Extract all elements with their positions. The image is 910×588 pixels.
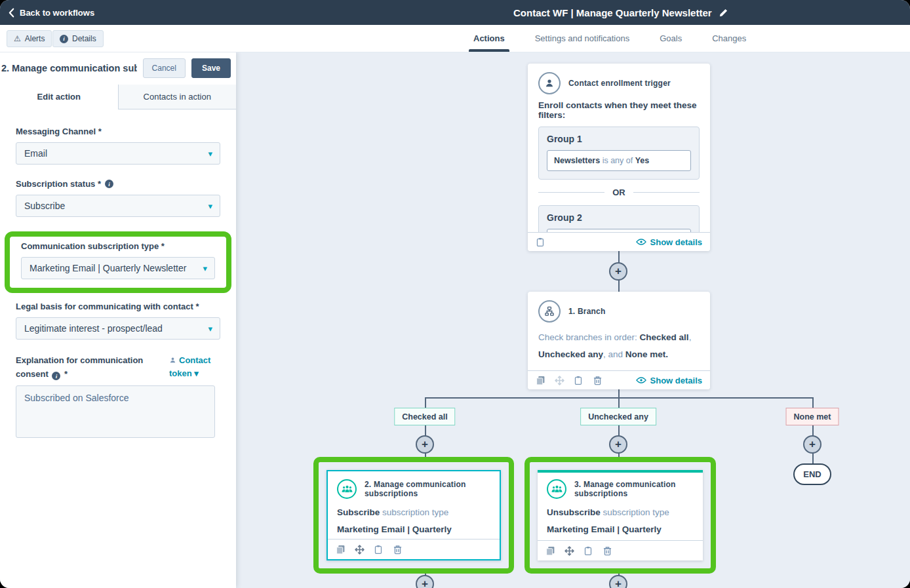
panel-title: 2. Manage communication subscr...: [1, 63, 137, 73]
move-icon[interactable]: [355, 545, 365, 555]
highlight-box-action-3: 3. Manage communication subscriptions Un…: [524, 457, 716, 574]
action-card-header: 2. Manage communication subscriptions: [328, 471, 500, 501]
action-card-header: 3. Manage communication subscriptions: [538, 470, 703, 501]
subscription-status-label-text: Subscription status *: [16, 179, 101, 189]
tab-actions-label: Actions: [473, 33, 505, 43]
branch-description: Check branches in order: Checked all, Un…: [528, 326, 710, 366]
legal-basis-label: Legal basis for communicating with conta…: [16, 302, 220, 311]
filter-value: Yes: [635, 156, 650, 165]
tab-actions[interactable]: Actions: [473, 25, 505, 52]
show-details-link[interactable]: Show details: [636, 376, 702, 385]
info-icon: i: [60, 35, 68, 43]
main-tabs: Actions Settings and notifications Goals…: [473, 25, 746, 52]
end-node: END: [793, 463, 831, 485]
trigger-card-title: Contact enrollment trigger: [568, 79, 671, 88]
branch-card-footer: Show details: [528, 370, 710, 389]
action-connector-text: subscription type: [601, 507, 669, 517]
details-button[interactable]: i Details: [52, 30, 104, 47]
trigger-card-footer: Show details: [528, 232, 710, 251]
workflow-editor-screen: Back to workflows Contact WF | Manage Qu…: [0, 0, 910, 588]
tab-contacts-in-action[interactable]: Contacts in action: [118, 85, 237, 109]
copy-icon[interactable]: [336, 545, 346, 555]
tab-settings-and-notifications[interactable]: Settings and notifications: [535, 25, 630, 52]
branch-desc-sep: , and: [603, 349, 625, 359]
trash-icon[interactable]: [593, 376, 603, 385]
action-card-3[interactable]: 3. Manage communication subscriptions Un…: [538, 470, 703, 560]
save-button[interactable]: Save: [191, 58, 231, 78]
branch-desc-checked-all: Checked all: [640, 332, 689, 342]
filter-row[interactable]: Newsletters is any of Yes: [547, 150, 691, 171]
branch-card-header: 1. Branch: [528, 292, 710, 326]
subscription-type-select[interactable]: Marketing Email | Quarterly Newsletter ▾: [21, 257, 215, 279]
messaging-channel-select[interactable]: Email ▾: [16, 142, 220, 165]
action-card-footer: [328, 539, 500, 559]
add-action-button[interactable]: +: [609, 435, 627, 454]
back-to-workflows-link[interactable]: Back to workflows: [9, 0, 94, 25]
move-icon[interactable]: [555, 376, 564, 385]
people-icon: [337, 479, 357, 499]
action-card-title: 2. Manage communication subscriptions: [365, 480, 490, 498]
move-icon[interactable]: [564, 546, 574, 556]
action-card-footer: [538, 540, 703, 560]
details-label: Details: [72, 34, 96, 43]
person-icon: [169, 357, 176, 364]
explanation-label: Explanation for communication consent i …: [16, 354, 159, 382]
subscription-status-select[interactable]: Subscribe ▾: [16, 195, 220, 217]
consent-explanation-textarea[interactable]: Subscribed on Salesforce: [16, 385, 215, 438]
add-action-button[interactable]: +: [416, 575, 434, 588]
tab-changes-label: Changes: [712, 33, 746, 43]
trash-icon[interactable]: [393, 545, 403, 555]
trash-icon[interactable]: [603, 546, 612, 556]
trigger-card[interactable]: Contact enrollment trigger Enroll contac…: [528, 64, 710, 251]
copy-icon[interactable]: [545, 546, 555, 556]
workflow-title: Contact WF | Manage Quarterly Newsletter: [513, 0, 728, 25]
legal-basis-select[interactable]: Legitimate interest - prospect/lead ▾: [16, 317, 220, 340]
filter-operator: is any of: [603, 156, 633, 165]
connector-line: [618, 397, 620, 408]
alerts-button[interactable]: ⚠ Alerts: [7, 30, 52, 47]
panel-form: Messaging Channel * Email ▾ Subscription…: [0, 109, 236, 438]
tab-edit-action[interactable]: Edit action: [0, 85, 118, 109]
add-action-button[interactable]: +: [609, 575, 627, 588]
tab-goals-label: Goals: [660, 33, 682, 43]
chevron-down-icon: ▾: [208, 324, 212, 334]
warning-icon: ⚠: [14, 35, 21, 43]
add-action-button[interactable]: +: [609, 262, 627, 281]
people-icon: [547, 479, 566, 499]
add-action-button[interactable]: +: [416, 435, 434, 454]
clipboard-icon[interactable]: [574, 376, 584, 385]
branch-desc-prefix: Check branches in order:: [538, 332, 640, 342]
action-verb: Unsubscribe: [547, 507, 601, 517]
action-card-2[interactable]: 2. Manage communication subscriptions Su…: [326, 470, 501, 560]
highlight-box-action-2: 2. Manage communication subscriptions Su…: [313, 457, 514, 574]
eye-icon: [636, 239, 646, 245]
info-icon: i: [52, 372, 60, 380]
branch-label-unchecked-any[interactable]: Unchecked any: [580, 408, 656, 425]
clipboard-icon[interactable]: [536, 237, 545, 247]
chevron-down-icon: ▾: [194, 368, 199, 378]
explanation-label-text: Explanation for communication consent: [16, 355, 143, 379]
divider-line: [633, 192, 700, 193]
tab-goals[interactable]: Goals: [660, 25, 682, 52]
add-action-button[interactable]: +: [803, 435, 821, 454]
tab-changes[interactable]: Changes: [712, 25, 746, 52]
panel-header: 2. Manage communication subscr... Cancel…: [0, 52, 236, 85]
clipboard-icon[interactable]: [374, 545, 384, 555]
branch-label-checked-all[interactable]: Checked all: [394, 408, 455, 425]
branch-label-none-met[interactable]: None met: [786, 408, 839, 425]
copy-icon[interactable]: [536, 376, 545, 385]
show-details-link[interactable]: Show details: [636, 237, 702, 247]
branch-card-title: 1. Branch: [568, 307, 606, 316]
trigger-subtitle: Enroll contacts when they meet these fil…: [528, 98, 710, 127]
cancel-button[interactable]: Cancel: [143, 58, 186, 78]
legal-basis-value: Legitimate interest - prospect/lead: [24, 323, 163, 334]
or-divider: OR: [538, 187, 700, 197]
clipboard-icon[interactable]: [584, 546, 593, 556]
required-asterisk: *: [64, 369, 68, 379]
edit-pencil-icon[interactable]: [719, 9, 728, 17]
secondary-toolbar: ⚠ Alerts i Details Actions Settings and …: [0, 25, 910, 52]
branch-card[interactable]: 1. Branch Check branches in order: Check…: [528, 292, 710, 389]
back-label: Back to workflows: [20, 8, 94, 18]
contact-token-link[interactable]: Contact token ▾: [169, 354, 220, 382]
branch-desc-period: .: [665, 349, 668, 359]
